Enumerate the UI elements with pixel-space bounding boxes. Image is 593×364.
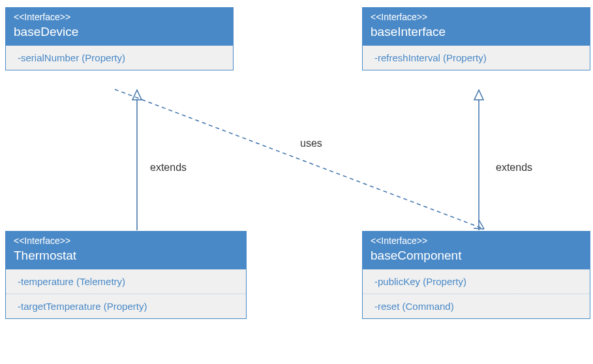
label-extends-right: extends xyxy=(496,162,532,174)
uml-stereotype: <<Interface>> xyxy=(14,12,225,22)
uml-body: -publicKey (Property) -reset (Command) xyxy=(363,269,590,318)
uml-body: -refreshInterval (Property) xyxy=(363,46,590,70)
uml-attribute: -targetTemperature (Property) xyxy=(6,294,246,318)
uml-body: -serialNumber (Property) xyxy=(6,46,233,70)
uml-stereotype: <<Interface>> xyxy=(371,12,582,22)
uml-title: baseComponent xyxy=(371,249,582,263)
uml-header: <<Interface>> baseInterface xyxy=(363,8,590,46)
svg-line-5 xyxy=(474,228,484,229)
label-extends-left: extends xyxy=(150,162,187,174)
uml-title: baseDevice xyxy=(14,25,225,39)
svg-marker-1 xyxy=(132,90,142,100)
uml-body: -temperature (Telemetry) -targetTemperat… xyxy=(6,269,246,318)
svg-line-6 xyxy=(479,220,484,229)
uml-attribute: -publicKey (Property) xyxy=(363,269,590,294)
uml-attribute: -reset (Command) xyxy=(363,294,590,318)
uml-stereotype: <<Interface>> xyxy=(14,235,238,246)
uml-attribute: -serialNumber (Property) xyxy=(6,46,233,70)
uml-header: <<Interface>> baseComponent xyxy=(363,232,590,269)
label-uses: uses xyxy=(300,138,322,149)
uml-box-baseinterface: <<Interface>> baseInterface -refreshInte… xyxy=(362,7,590,70)
svg-marker-3 xyxy=(474,90,483,100)
uml-title: baseInterface xyxy=(371,25,582,39)
uml-header: <<Interface>> baseDevice xyxy=(6,8,233,46)
uml-box-basecomponent: <<Interface>> baseComponent -publicKey (… xyxy=(362,231,590,319)
uml-box-thermostat: <<Interface>> Thermostat -temperature (T… xyxy=(5,231,247,319)
uml-attribute: -temperature (Telemetry) xyxy=(6,269,246,294)
svg-line-4 xyxy=(115,89,484,229)
uml-attribute: -refreshInterval (Property) xyxy=(363,46,590,70)
uml-box-basedevice: <<Interface>> baseDevice -serialNumber (… xyxy=(5,7,234,70)
uml-stereotype: <<Interface>> xyxy=(371,235,582,246)
uml-title: Thermostat xyxy=(14,249,238,263)
uml-header: <<Interface>> Thermostat xyxy=(6,232,246,269)
